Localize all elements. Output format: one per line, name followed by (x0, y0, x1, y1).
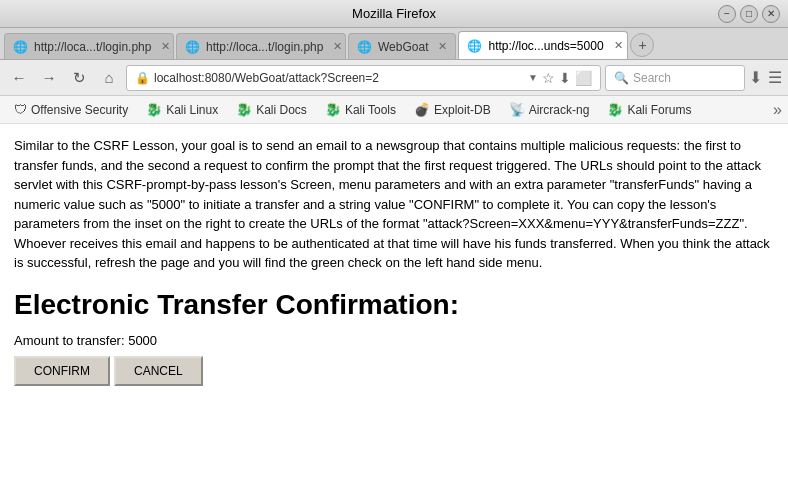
reload-button[interactable]: ↻ (66, 65, 92, 91)
bookmarks-more-icon[interactable]: » (773, 101, 782, 119)
minimize-button[interactable]: − (718, 5, 736, 23)
window-title: Mozilla Firefox (352, 6, 436, 21)
tab-favicon-4: 🌐 (467, 39, 482, 53)
exploit-db-icon: 💣 (414, 102, 430, 117)
bookmark-aircrack-ng[interactable]: 📡 Aircrack-ng (501, 99, 598, 121)
cancel-button[interactable]: CANCEL (114, 356, 203, 386)
kali-tools-icon: 🐉 (325, 102, 341, 117)
downloads-icon[interactable]: ⬇ (749, 68, 762, 87)
confirm-button[interactable]: CONFIRM (14, 356, 110, 386)
menu-icon[interactable]: ☰ (768, 68, 782, 87)
tab-label-2: http://loca...t/login.php (206, 40, 323, 54)
action-buttons: CONFIRM CANCEL (14, 356, 774, 386)
bookmark-star-icon[interactable]: ☆ (542, 70, 555, 86)
bookmark-exploit-db[interactable]: 💣 Exploit-DB (406, 99, 499, 121)
bookmark-kali-docs-label: Kali Docs (256, 103, 307, 117)
tab-label-4: http://loc...unds=5000 (488, 39, 603, 53)
tab-4[interactable]: 🌐 http://loc...unds=5000 ✕ (458, 31, 628, 59)
bookmark-kali-forums[interactable]: 🐉 Kali Forums (599, 99, 699, 121)
offensive-security-icon: 🛡 (14, 102, 27, 117)
lock-icon: 🔒 (135, 71, 150, 85)
tab-label-3: WebGoat (378, 40, 428, 54)
tab-label-1: http://loca...t/login.php (34, 40, 151, 54)
tab-2[interactable]: 🌐 http://loca...t/login.php ✕ (176, 33, 346, 59)
close-button[interactable]: ✕ (762, 5, 780, 23)
tab-1[interactable]: 🌐 http://loca...t/login.php ✕ (4, 33, 174, 59)
search-placeholder: Search (633, 71, 671, 85)
bookmarks-bar: 🛡 Offensive Security 🐉 Kali Linux 🐉 Kali… (0, 96, 788, 124)
bookmark-aircrack-ng-label: Aircrack-ng (529, 103, 590, 117)
address-bar[interactable]: 🔒 localhost:8080/WebGoat/attack?Screen=2… (126, 65, 601, 91)
home-button[interactable]: ⌂ (96, 65, 122, 91)
reader-icon[interactable]: ⬜ (575, 70, 592, 86)
amount-line: Amount to transfer: 5000 (14, 333, 774, 348)
kali-linux-icon: 🐉 (146, 102, 162, 117)
page-heading: Electronic Transfer Confirmation: (14, 289, 774, 321)
page-content: Similar to the CSRF Lesson, your goal is… (0, 124, 788, 500)
bookmark-kali-linux-label: Kali Linux (166, 103, 218, 117)
new-tab-button[interactable]: + (630, 33, 654, 57)
title-bar: Mozilla Firefox − □ ✕ (0, 0, 788, 28)
kali-docs-icon: 🐉 (236, 102, 252, 117)
bookmark-kali-linux[interactable]: 🐉 Kali Linux (138, 99, 226, 121)
tab-close-3[interactable]: ✕ (438, 40, 447, 53)
tab-favicon-1: 🌐 (13, 40, 28, 54)
bookmark-kali-tools-label: Kali Tools (345, 103, 396, 117)
search-icon: 🔍 (614, 71, 629, 85)
tab-3[interactable]: 🌐 WebGoat ✕ (348, 33, 456, 59)
tab-favicon-3: 🌐 (357, 40, 372, 54)
bookmark-offensive-security[interactable]: 🛡 Offensive Security (6, 99, 136, 121)
address-text: localhost:8080/WebGoat/attack?Screen=2 (154, 71, 524, 85)
tab-close-2[interactable]: ✕ (333, 40, 342, 53)
window-controls[interactable]: − □ ✕ (718, 5, 780, 23)
bookmark-kali-forums-label: Kali Forums (627, 103, 691, 117)
maximize-button[interactable]: □ (740, 5, 758, 23)
address-dropdown-icon[interactable]: ▼ (528, 72, 538, 83)
nav-bar: ← → ↻ ⌂ 🔒 localhost:8080/WebGoat/attack?… (0, 60, 788, 96)
tab-bar: 🌐 http://loca...t/login.php ✕ 🌐 http://l… (0, 28, 788, 60)
aircrack-ng-icon: 📡 (509, 102, 525, 117)
tab-close-4[interactable]: ✕ (614, 39, 623, 52)
pocket-icon[interactable]: ⬇ (559, 70, 571, 86)
forward-button[interactable]: → (36, 65, 62, 91)
description-text: Similar to the CSRF Lesson, your goal is… (14, 136, 774, 273)
bookmark-kali-docs[interactable]: 🐉 Kali Docs (228, 99, 315, 121)
bookmark-exploit-db-label: Exploit-DB (434, 103, 491, 117)
tab-favicon-2: 🌐 (185, 40, 200, 54)
bookmark-kali-tools[interactable]: 🐉 Kali Tools (317, 99, 404, 121)
bookmark-offensive-security-label: Offensive Security (31, 103, 128, 117)
back-button[interactable]: ← (6, 65, 32, 91)
search-bar[interactable]: 🔍 Search (605, 65, 745, 91)
tab-close-1[interactable]: ✕ (161, 40, 170, 53)
nav-icons: ⬇ ☰ (749, 68, 782, 87)
kali-forums-icon: 🐉 (607, 102, 623, 117)
